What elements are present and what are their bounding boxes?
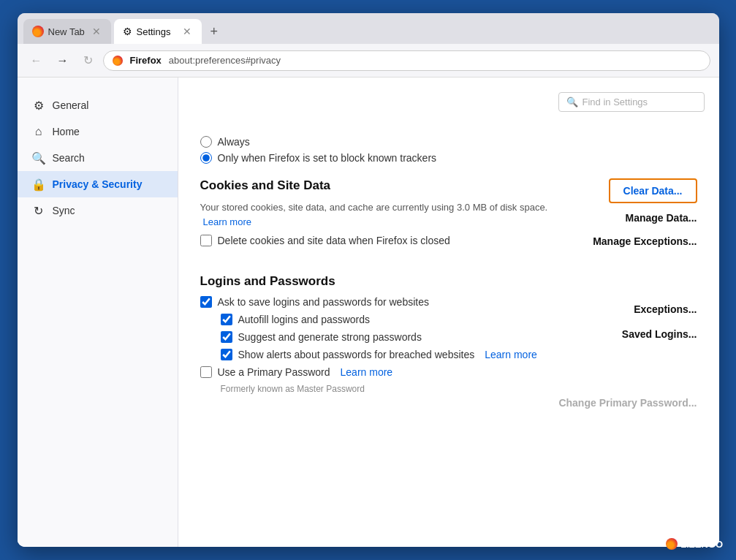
breach-row: Show alerts about passwords for breached…: [221, 349, 559, 360]
sidebar-item-home[interactable]: ⌂ Home: [18, 118, 178, 145]
home-icon: ⌂: [32, 125, 45, 138]
delete-cookies-label: Delete cookies and site data when Firefo…: [218, 235, 450, 246]
tab-settings-label: Settings: [137, 26, 171, 37]
radio-always: Always: [200, 136, 697, 148]
forward-button[interactable]: →: [53, 51, 73, 70]
sidebar-item-general[interactable]: ⚙ General: [18, 92, 178, 118]
watermark: LIZENGO: [666, 538, 723, 550]
logins-title: Logins and Passwords: [200, 274, 559, 289]
radio-always-label: Always: [218, 136, 250, 148]
cookies-row: Cookies and Site Data Your stored cookie…: [200, 178, 697, 252]
radio-always-input[interactable]: [200, 136, 212, 148]
toolbar: ← → ↻ Firefox about:preferences#privacy: [18, 44, 719, 77]
breach-checkbox[interactable]: [221, 349, 232, 360]
tab-new-tab[interactable]: New Tab ✕: [23, 19, 111, 44]
tab-bar: New Tab ✕ ⚙ Settings ✕ +: [18, 13, 719, 44]
primary-password-row: Use a Primary Password Learn more: [200, 366, 559, 378]
autofill-row: Autofill logins and passwords: [221, 314, 559, 325]
sidebar-item-home-label: Home: [53, 126, 80, 137]
tab-new-tab-close[interactable]: ✕: [91, 26, 102, 37]
tab-new-tab-label: New Tab: [48, 26, 85, 37]
manage-data-button[interactable]: Manage Data...: [625, 209, 697, 227]
delete-cookies-checkbox[interactable]: [200, 235, 212, 246]
radio-trackers: Only when Firefox is set to block known …: [200, 152, 697, 164]
radio-trackers-input[interactable]: [200, 152, 212, 164]
cookies-section: Cookies and Site Data Your stored cookie…: [200, 178, 697, 252]
browser-window: New Tab ✕ ⚙ Settings ✕ + ← → ↻ Firefox a…: [18, 13, 719, 547]
cookies-desc-text: Your stored cookies, site data, and cach…: [200, 202, 548, 213]
find-placeholder: Find in Settings: [583, 97, 648, 107]
breach-learn-more[interactable]: Learn more: [485, 349, 537, 360]
sidebar-item-sync[interactable]: ↻ Sync: [18, 197, 178, 224]
logins-buttons: Exceptions... Saved Logins... Change Pri…: [558, 274, 697, 412]
tab-settings[interactable]: ⚙ Settings ✕: [114, 19, 202, 44]
cookies-learn-more[interactable]: Learn more: [203, 216, 251, 227]
cookies-left: Cookies and Site Data Your stored cookie…: [200, 178, 566, 252]
tab-settings-close[interactable]: ✕: [181, 26, 193, 37]
find-in-settings[interactable]: 🔍 Find in Settings: [558, 92, 705, 112]
logins-left: Logins and Passwords Ask to save logins …: [200, 274, 559, 412]
sync-icon: ↻: [32, 204, 45, 217]
ask-save-row: Ask to save logins and passwords for web…: [200, 296, 559, 308]
saved-logins-button[interactable]: Saved Logins...: [622, 325, 697, 343]
content-area: ⚙ General ⌂ Home 🔍 Search 🔒 Privacy & Se…: [18, 77, 719, 547]
primary-password-checkbox[interactable]: [200, 366, 212, 378]
primary-password-label: Use a Primary Password: [218, 366, 330, 378]
sidebar-item-search[interactable]: 🔍 Search: [18, 145, 178, 171]
lock-icon: 🔒: [32, 178, 45, 191]
cookies-title: Cookies and Site Data: [200, 178, 566, 193]
address-bar[interactable]: Firefox about:preferences#privacy: [103, 50, 710, 71]
sidebar-item-privacy-label: Privacy & Security: [53, 178, 143, 190]
autofill-label: Autofill logins and passwords: [238, 314, 371, 325]
back-button[interactable]: ←: [26, 51, 47, 70]
ask-save-checkbox[interactable]: [200, 296, 212, 308]
general-icon: ⚙: [32, 99, 45, 112]
firefox-address-logo: [113, 54, 126, 67]
exceptions-button[interactable]: Exceptions...: [634, 300, 697, 318]
logins-section: Logins and Passwords Ask to save logins …: [200, 274, 697, 412]
cookies-desc: Your stored cookies, site data, and cach…: [200, 200, 566, 229]
sidebar-item-privacy[interactable]: 🔒 Privacy & Security: [18, 171, 178, 197]
ask-save-label: Ask to save logins and passwords for web…: [218, 296, 429, 308]
breach-label: Show alerts about passwords for breached…: [238, 349, 475, 360]
radio-section: Always Only when Firefox is set to block…: [200, 136, 697, 164]
clear-data-button[interactable]: Clear Data...: [609, 178, 697, 203]
search-icon: 🔍: [32, 151, 45, 164]
suggest-row: Suggest and generate strong passwords: [221, 331, 559, 343]
firefox-icon: [32, 26, 44, 37]
main-panel: 🔍 Find in Settings Always Only when Fire…: [178, 77, 719, 547]
sidebar: ⚙ General ⌂ Home 🔍 Search 🔒 Privacy & Se…: [18, 77, 178, 547]
sidebar-item-sync-label: Sync: [53, 205, 75, 216]
autofill-checkbox[interactable]: [221, 314, 232, 325]
cookies-buttons: Clear Data... Manage Data... Manage Exce…: [580, 178, 697, 250]
radio-trackers-label: Only when Firefox is set to block known …: [218, 152, 437, 164]
formerly-text: Formerly known as Master Password: [221, 384, 559, 394]
sidebar-item-general-label: General: [53, 99, 89, 111]
suggest-label: Suggest and generate strong passwords: [238, 331, 422, 343]
sidebar-item-search-label: Search: [53, 152, 85, 164]
suggest-checkbox[interactable]: [221, 331, 232, 343]
address-url: about:preferences#privacy: [169, 55, 281, 66]
manage-exceptions-button[interactable]: Manage Exceptions...: [593, 232, 697, 250]
primary-password-learn-more[interactable]: Learn more: [341, 366, 393, 378]
logins-row: Logins and Passwords Ask to save logins …: [200, 274, 697, 412]
gear-icon: ⚙: [123, 26, 132, 37]
change-primary-button[interactable]: Change Primary Password...: [558, 394, 697, 412]
find-icon: 🔍: [566, 97, 578, 107]
new-tab-button[interactable]: +: [205, 21, 224, 42]
delete-cookies-checkbox-row: Delete cookies and site data when Firefo…: [200, 235, 566, 246]
refresh-button[interactable]: ↻: [79, 50, 97, 70]
address-prefix: Firefox: [130, 55, 162, 66]
